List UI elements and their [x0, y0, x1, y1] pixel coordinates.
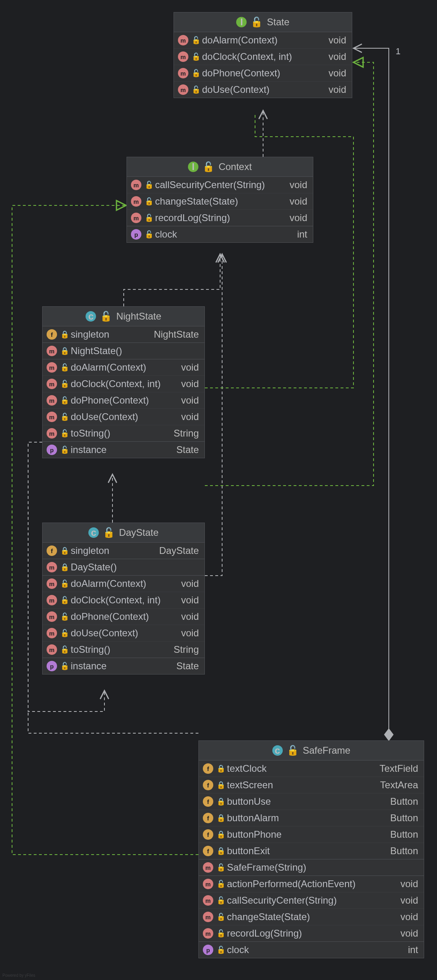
member-row[interactable]: f🔒buttonExitButton	[199, 843, 424, 859]
member-row[interactable]: m🔓actionPerformed(ActionEvent)void	[199, 876, 424, 892]
member-type: void	[174, 595, 199, 606]
field-icon: f	[47, 545, 57, 556]
method-icon: m	[131, 213, 141, 223]
lock-open-icon: 🔓	[202, 161, 214, 172]
kind-icon-class: c	[86, 311, 96, 322]
member-row[interactable]: f🔒buttonPhoneButton	[199, 826, 424, 843]
field-icon: f	[203, 813, 213, 823]
member-row[interactable]: m🔓doAlarm(Context)void	[43, 359, 204, 375]
member-row[interactable]: m🔓callSecurityCenter(String)void	[199, 892, 424, 908]
method-icon: m	[47, 362, 57, 373]
lock-closed-icon: 🔒	[216, 847, 224, 855]
method-icon: m	[47, 562, 57, 572]
member-type: void	[174, 395, 199, 406]
member-row[interactable]: m🔓changeState(State)void	[127, 193, 313, 209]
member-label: actionPerformed(ActionEvent)	[227, 878, 390, 890]
member-type: void	[321, 51, 346, 62]
lock-closed-icon: 🔒	[60, 330, 67, 339]
class-Context[interactable]: I🔓Contextm🔓callSecurityCenter(String)voi…	[127, 157, 313, 243]
member-type: TextField	[372, 763, 418, 774]
class-title[interactable]: I🔓Context	[127, 157, 313, 177]
class-title[interactable]: c🔓SafeFrame	[199, 741, 424, 761]
member-row[interactable]: m🔓toString()String	[43, 425, 204, 441]
member-label: NightState()	[71, 345, 199, 357]
kind-icon-class: c	[272, 745, 283, 756]
member-row[interactable]: m🔓callSecurityCenter(String)void	[127, 177, 313, 193]
member-row[interactable]: m🔓doClock(Context, int)void	[43, 592, 204, 608]
member-row[interactable]: m🔒NightState()	[43, 343, 204, 359]
member-label: clock	[227, 944, 398, 955]
class-title[interactable]: c🔓DayState	[43, 523, 204, 543]
member-row[interactable]: m🔓doClock(Context, int)void	[174, 48, 352, 65]
class-name: NightState	[116, 311, 161, 322]
member-row[interactable]: m🔓changeState(State)void	[199, 908, 424, 925]
lock-open-icon: 🔓	[192, 69, 199, 78]
lock-open-icon: 🔓	[60, 662, 67, 670]
member-label: buttonUse	[227, 796, 380, 807]
class-NightState[interactable]: c🔓NightStatef🔒singletonNightStatem🔒Night…	[42, 306, 205, 458]
member-type: String	[166, 428, 199, 439]
method-icon: m	[47, 346, 57, 356]
method-icon: m	[178, 51, 188, 62]
member-row[interactable]: m🔓doAlarm(Context)void	[174, 32, 352, 48]
member-section: p🔓clockint	[199, 941, 424, 958]
member-label: doAlarm(Context)	[71, 578, 171, 589]
member-row[interactable]: m🔓doPhone(Context)void	[174, 65, 352, 81]
member-row[interactable]: p🔓instanceState	[43, 442, 204, 458]
member-type: State	[169, 660, 199, 672]
member-row[interactable]: m🔓doPhone(Context)void	[43, 392, 204, 408]
member-type: void	[282, 212, 307, 223]
member-row[interactable]: f🔒buttonAlarmButton	[199, 810, 424, 826]
member-row[interactable]: f🔒textClockTextField	[199, 761, 424, 777]
member-row[interactable]: f🔒textScreenTextArea	[199, 777, 424, 793]
method-icon: m	[178, 84, 188, 95]
member-section: p🔓instanceState	[43, 658, 204, 674]
member-section: m🔓SafeFrame(String)	[199, 859, 424, 875]
class-name: DayState	[119, 527, 159, 538]
member-row[interactable]: m🔓doPhone(Context)void	[43, 608, 204, 625]
member-row[interactable]: f🔒buttonUseButton	[199, 793, 424, 810]
class-SafeFrame[interactable]: c🔓SafeFramef🔒textClockTextFieldf🔒textScr…	[198, 740, 424, 958]
member-row[interactable]: m🔓doUse(Context)void	[43, 625, 204, 641]
member-label: textScreen	[227, 779, 370, 791]
member-row[interactable]: p🔓clockint	[199, 942, 424, 958]
class-State[interactable]: I🔓Statem🔓doAlarm(Context)voidm🔓doClock(C…	[174, 12, 352, 98]
method-icon: m	[47, 412, 57, 422]
member-label: doClock(Context, int)	[71, 378, 171, 390]
member-row[interactable]: m🔓doUse(Context)void	[43, 408, 204, 425]
member-row[interactable]: m🔓SafeFrame(String)	[199, 859, 424, 875]
class-title[interactable]: c🔓NightState	[43, 307, 204, 326]
member-section: m🔒NightState()	[43, 342, 204, 359]
member-label: toString()	[71, 644, 163, 655]
member-label: doUse(Context)	[71, 627, 171, 639]
member-row[interactable]: m🔓recordLog(String)void	[199, 925, 424, 941]
member-row[interactable]: p🔓instanceState	[43, 658, 204, 674]
class-DayState[interactable]: c🔓DayStatef🔒singletonDayStatem🔒DayState(…	[42, 523, 205, 675]
member-section: f🔒singletonDayState	[43, 543, 204, 559]
member-type: void	[174, 578, 199, 589]
member-row[interactable]: p🔓clockint	[127, 226, 313, 242]
member-label: doUse(Context)	[71, 411, 171, 422]
member-type: void	[393, 895, 418, 906]
member-row[interactable]: m🔓recordLog(String)void	[127, 209, 313, 226]
lock-open-icon: 🔓	[216, 929, 224, 938]
lock-closed-icon: 🔒	[216, 781, 224, 789]
member-row[interactable]: m🔓doAlarm(Context)void	[43, 576, 204, 592]
member-label: instance	[71, 660, 166, 672]
member-label: doAlarm(Context)	[71, 362, 171, 373]
class-title[interactable]: I🔓State	[174, 12, 352, 32]
member-label: doUse(Context)	[202, 84, 318, 95]
member-row[interactable]: m🔓doClock(Context, int)void	[43, 375, 204, 392]
member-row[interactable]: f🔒singletonNightState	[43, 326, 204, 342]
lock-open-icon: 🔓	[60, 429, 67, 438]
member-label: toString()	[71, 428, 163, 439]
member-row[interactable]: m🔒DayState()	[43, 559, 204, 575]
member-type: Button	[383, 796, 418, 807]
lock-open-icon: 🔓	[60, 379, 67, 388]
kind-icon-class: c	[88, 527, 99, 538]
member-row[interactable]: m🔓doUse(Context)void	[174, 81, 352, 98]
member-section: m🔓actionPerformed(ActionEvent)voidm🔓call…	[199, 875, 424, 941]
member-row[interactable]: f🔒singletonDayState	[43, 543, 204, 559]
member-type: void	[393, 878, 418, 890]
member-row[interactable]: m🔓toString()String	[43, 641, 204, 658]
